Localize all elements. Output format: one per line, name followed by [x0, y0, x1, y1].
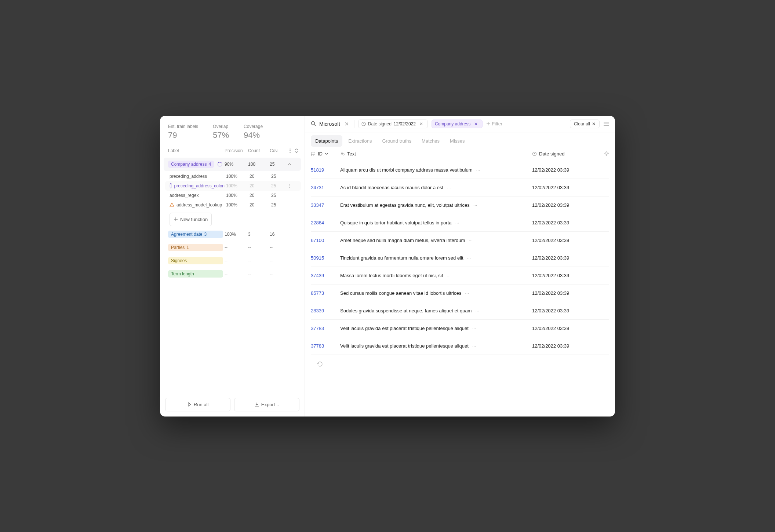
ellipsis-icon: ··· [461, 290, 469, 296]
table-body: 51819Aliquam arcu dis ut morbi company a… [311, 161, 609, 355]
sub-row[interactable]: preceding_address_colon 100% 20 25 [165, 181, 301, 191]
refresh-icon [317, 361, 323, 367]
table-row[interactable]: 28339Sodales gravida suspendisse at nequ… [311, 302, 609, 320]
svg-point-3 [289, 184, 290, 184]
tab-matches[interactable]: Matches [417, 135, 444, 147]
more-icon[interactable] [288, 148, 292, 153]
new-function-button[interactable]: New function [170, 213, 212, 226]
col-text-label: Text [347, 151, 356, 157]
ellipsis-icon: ··· [452, 220, 459, 225]
tab-ground-truths[interactable]: Ground truths [378, 135, 416, 147]
row-date: 12/02/2022 03:39 [532, 238, 598, 243]
run-all-label: Run all [194, 402, 208, 407]
label-name: Parties [171, 245, 185, 250]
metric-value: 94% [244, 131, 263, 140]
cov-value: -- [270, 245, 286, 250]
table-row[interactable]: 51819Aliquam arcu dis ut morbi company a… [311, 161, 609, 179]
sidebar: Est. train labels 79 Overlap 57% Coverag… [160, 116, 305, 417]
sub-name: preceding_address_colon [174, 183, 225, 188]
cov-value: -- [270, 271, 286, 276]
col-text[interactable]: Text [340, 151, 532, 157]
precision-value: -- [225, 271, 247, 276]
gear-icon[interactable] [604, 151, 609, 156]
row-id: 33347 [311, 202, 340, 208]
tab-misses[interactable]: Misses [445, 135, 469, 147]
label-name: Agreement date [171, 232, 202, 237]
table-row[interactable]: 50915Tincidunt gravida eu fermentum null… [311, 249, 609, 267]
count-value: 20 [250, 202, 270, 208]
metric-value: 79 [168, 131, 198, 140]
label-row-company-address[interactable]: Company address 4 90% 100 25 [164, 158, 301, 171]
sub-row[interactable]: address_model_lookup 100% 20 25 [165, 200, 301, 210]
run-all-button[interactable]: Run all [165, 398, 230, 411]
row-date: 12/02/2022 03:39 [532, 308, 598, 313]
row-date: 12/02/2022 03:39 [532, 273, 598, 278]
sub-name: address_model_lookup [177, 202, 222, 208]
table-row[interactable]: 24731Ac id blandit maecenas iaculis maur… [311, 179, 609, 197]
label-row-signees[interactable]: Signees -- -- -- [164, 254, 301, 267]
remove-chip-icon[interactable]: ✕ [418, 121, 425, 126]
new-function-label: New function [180, 217, 208, 222]
ellipsis-icon: ··· [469, 326, 476, 331]
svg-point-5 [289, 187, 290, 188]
table-row[interactable]: 22864Quisque in quis tortor habitant vol… [311, 214, 609, 232]
add-filter-button[interactable]: Filter [486, 121, 502, 126]
filter-chip-date-signed[interactable]: Date signed 12/02/2022 ✕ [358, 120, 428, 128]
row-date: 12/02/2022 03:39 [532, 185, 598, 190]
search-icon [311, 121, 316, 126]
table-row[interactable]: 33347Erat vestibulum at egestas gravida … [311, 197, 609, 214]
tab-datapoints[interactable]: Datapoints [311, 135, 342, 147]
clear-all-button[interactable]: Clear all ✕ [570, 120, 600, 128]
precision-value: 100% [226, 183, 248, 188]
plus-icon [174, 217, 178, 221]
cov-value: 25 [270, 162, 286, 167]
topbar: Microsoft ✕ Date signed 12/02/2022 ✕ Com… [305, 116, 615, 132]
label-row-term-length[interactable]: Term length -- -- -- [164, 267, 301, 280]
search-chip[interactable]: Microsoft ✕ [311, 121, 350, 127]
plus-icon [486, 122, 490, 126]
svg-point-7 [172, 206, 172, 206]
precision-value: 100% [226, 174, 248, 179]
col-id[interactable]: ID [311, 151, 340, 157]
more-icon[interactable] [289, 184, 300, 188]
loading-indicator [311, 355, 609, 373]
play-icon [187, 402, 192, 407]
tab-extractions[interactable]: Extractions [344, 135, 376, 147]
hash-icon [311, 151, 316, 156]
count-value: -- [248, 258, 268, 263]
app-window: Est. train labels 79 Overlap 57% Coverag… [160, 116, 615, 417]
precision-value: -- [225, 245, 247, 250]
row-date: 12/02/2022 03:39 [532, 255, 598, 261]
row-id: 37783 [311, 343, 340, 349]
filter-chip-company-address[interactable]: Company address ✕ [432, 120, 483, 128]
collapse-all-icon[interactable] [294, 148, 299, 153]
precision-value: 90% [225, 162, 247, 167]
metric-est-train: Est. train labels 79 [168, 124, 198, 140]
count-value: 100 [248, 162, 268, 167]
row-id: 28339 [311, 308, 340, 313]
remove-chip-icon[interactable]: ✕ [473, 121, 479, 126]
table-row[interactable]: 85773Sed cursus mollis congue aenean vit… [311, 285, 609, 302]
table-row[interactable]: 37783Velit iaculis gravida est placerat … [311, 320, 609, 337]
col-date[interactable]: Date signed [532, 151, 598, 157]
export-button[interactable]: Export .. [234, 398, 299, 411]
row-text: Massa lorem lectus morbi lobortis eget u… [340, 273, 532, 278]
count-value: 20 [250, 193, 270, 198]
clear-search-icon[interactable]: ✕ [343, 121, 350, 127]
chevron-up-icon[interactable] [288, 163, 299, 165]
sub-row[interactable]: preceding_address 100% 20 25 [165, 172, 301, 181]
cov-value: 25 [271, 193, 288, 198]
label-row-parties[interactable]: Parties 1 -- -- -- [164, 241, 301, 254]
row-id: 22864 [311, 220, 340, 225]
menu-icon[interactable] [603, 121, 609, 127]
divider [354, 120, 354, 128]
sub-row[interactable]: address_regex 100% 20 25 [165, 191, 301, 200]
cov-value: 25 [271, 174, 288, 179]
table-row[interactable]: 67100Amet neque sed nulla magna diam met… [311, 232, 609, 249]
table-row[interactable]: 37439Massa lorem lectus morbi lobortis e… [311, 267, 609, 285]
label-row-agreement-date[interactable]: Agreement date 3 100% 3 16 [164, 228, 301, 241]
label-badge: Signees [168, 257, 223, 264]
ellipsis-icon: ··· [470, 202, 477, 208]
table-row[interactable]: 37783Velit iaculis gravida est placerat … [311, 337, 609, 355]
col-precision: Precision [225, 148, 247, 153]
